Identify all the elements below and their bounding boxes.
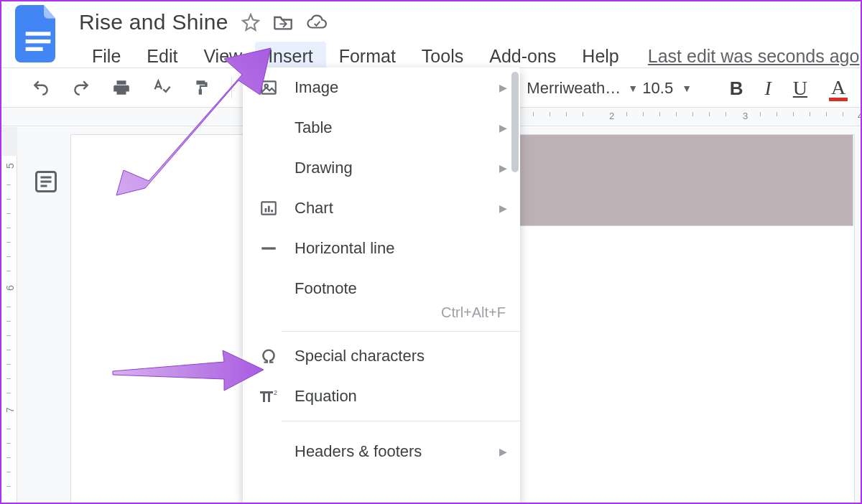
menu-item-label: Equation <box>295 387 507 406</box>
menu-item-label: Image <box>295 78 483 97</box>
svg-rect-13 <box>271 210 273 212</box>
italic-button[interactable]: I <box>764 77 771 100</box>
print-icon[interactable] <box>111 77 132 98</box>
blank-icon <box>259 279 279 299</box>
blank-icon <box>259 442 279 462</box>
menu-item-label: Special characters <box>295 347 507 365</box>
toolbar-separator <box>231 77 232 98</box>
menu-addons[interactable]: Add-ons <box>476 42 569 71</box>
blank-icon <box>259 158 279 178</box>
move-folder-icon[interactable] <box>273 14 293 31</box>
menu-help[interactable]: Help <box>569 42 631 71</box>
menu-item-label: Table <box>295 118 483 137</box>
submenu-arrow-icon: ▶ <box>499 122 507 134</box>
menu-item-footnote[interactable]: Footnote <box>243 269 520 309</box>
docs-logo[interactable] <box>9 4 68 63</box>
menu-insert[interactable]: Insert <box>255 42 326 71</box>
menu-file[interactable]: File <box>79 42 134 71</box>
menu-scrollbar[interactable] <box>511 72 519 172</box>
submenu-arrow-icon: ▶ <box>499 162 507 174</box>
svg-rect-8 <box>261 81 276 93</box>
font-family-value: Merriweath… <box>527 79 621 98</box>
submenu-arrow-icon: ▶ <box>499 446 507 457</box>
text-color-letter: A <box>831 76 845 99</box>
svg-rect-3 <box>199 89 202 95</box>
star-icon[interactable] <box>241 13 260 32</box>
font-size-select[interactable]: 10.5 ▼ <box>642 68 692 108</box>
dropdown-icon: ▼ <box>682 83 692 94</box>
menu-separator <box>282 331 520 332</box>
menu-separator <box>282 421 520 421</box>
vruler-number: 6 <box>4 285 16 291</box>
omega-icon <box>259 346 279 366</box>
svg-text:2: 2 <box>274 389 277 396</box>
menu-item-horizontal-line[interactable]: Horizontal line <box>243 228 520 269</box>
paint-format-icon[interactable] <box>191 77 213 98</box>
submenu-arrow-icon: ▶ <box>499 202 507 214</box>
menu-item-drawing[interactable]: Drawing ▶ <box>243 148 520 188</box>
menu-view[interactable]: View <box>190 42 255 71</box>
menu-item-label: Drawing <box>295 159 483 177</box>
insert-menu-panel: Image ▶ Table ▶ Drawing ▶ Chart ▶ Horizo… <box>243 67 520 504</box>
vruler-number: 7 <box>4 407 16 413</box>
spellcheck-icon[interactable] <box>151 77 172 98</box>
svg-rect-0 <box>26 32 51 35</box>
menu-item-label: Chart <box>295 199 483 218</box>
svg-rect-2 <box>26 47 43 51</box>
menu-item-label: Footnote <box>295 279 507 298</box>
menu-item-label: Horizontal line <box>295 239 507 258</box>
redo-icon[interactable] <box>70 77 92 98</box>
menu-tools[interactable]: Tools <box>409 42 476 71</box>
menu-edit[interactable]: Edit <box>134 42 190 71</box>
font-size-value: 10.5 <box>642 79 673 98</box>
underline-button[interactable]: U <box>793 77 807 100</box>
text-color-button[interactable]: A <box>829 76 848 101</box>
cloud-status-icon[interactable] <box>306 14 328 30</box>
menu-format[interactable]: Format <box>326 42 409 71</box>
menu-item-equation[interactable]: 2 Equation <box>243 376 520 416</box>
vertical-ruler[interactable]: 5 6 7 <box>1 127 17 503</box>
submenu-arrow-icon: ▶ <box>499 82 507 93</box>
menu-item-special-characters[interactable]: Special characters <box>243 336 520 376</box>
blank-icon <box>259 118 279 138</box>
svg-rect-11 <box>265 208 267 212</box>
menubar: File Edit View Insert Format Tools Add-o… <box>79 34 861 71</box>
menu-shortcut: Ctrl+Alt+F <box>243 304 520 327</box>
vruler-number: 5 <box>4 163 16 169</box>
bold-button[interactable]: B <box>730 78 743 100</box>
last-edit-link[interactable]: Last edit was seconds ago <box>648 46 860 67</box>
menu-item-headers-footers[interactable]: Headers & footers ▶ <box>243 426 520 477</box>
text-color-swatch <box>829 98 848 101</box>
chart-icon <box>259 198 279 218</box>
menu-item-chart[interactable]: Chart ▶ <box>243 188 520 228</box>
font-family-select[interactable]: Merriweath… ▼ <box>527 68 638 108</box>
pi-icon: 2 <box>259 386 279 406</box>
svg-rect-12 <box>268 206 270 213</box>
svg-rect-1 <box>26 39 51 43</box>
document-title[interactable]: Rise and Shine <box>79 10 228 34</box>
image-icon <box>259 78 279 98</box>
menu-item-image[interactable]: Image ▶ <box>243 67 520 108</box>
undo-icon[interactable] <box>30 77 52 98</box>
dropdown-icon: ▼ <box>628 83 638 94</box>
menu-item-table[interactable]: Table ▶ <box>243 108 520 148</box>
menu-item-label: Headers & footers <box>295 442 483 462</box>
document-outline-icon[interactable] <box>33 169 62 197</box>
horizontal-line-icon <box>259 238 279 258</box>
